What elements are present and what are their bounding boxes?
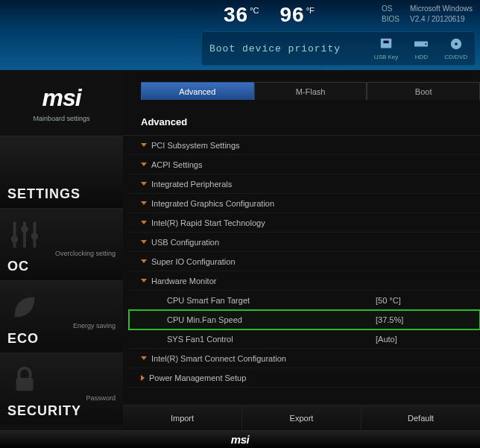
- svg-rect-6: [13, 222, 16, 248]
- brand-logo-box: msi Mainboard settings: [0, 70, 123, 136]
- main-panel: Advanced M-Flash Boot Advanced PCI Subsy…: [123, 70, 480, 430]
- sidebar-item-eco[interactable]: Energy saving ECO: [0, 280, 123, 353]
- item-integrated-graphics[interactable]: Integrated Graphics Configuration: [129, 194, 480, 213]
- item-usb-config[interactable]: USB Configuration: [129, 233, 480, 252]
- boot-cd-label: CD/DVD: [444, 54, 467, 60]
- temp-c-unit: °C: [250, 6, 259, 15]
- sidebar: msi Mainboard settings SETTINGS Overcloc…: [0, 70, 123, 430]
- boot-hdd-label: HDD: [415, 54, 428, 60]
- svg-point-5: [455, 42, 458, 45]
- item-super-io[interactable]: Super IO Configuration: [129, 252, 480, 271]
- os-label: OS: [382, 4, 402, 14]
- item-smart-connect[interactable]: Intel(R) Smart Connect Configuration: [129, 349, 480, 368]
- default-button[interactable]: Default: [361, 406, 480, 430]
- temperature-block: 36 °C 96 °F: [224, 3, 315, 27]
- caret-down-icon: [141, 259, 147, 263]
- settings-list: PCI Subsystem Settings ACPI Settings Int…: [123, 135, 480, 405]
- caret-down-icon: [141, 143, 147, 147]
- item-integrated-peripherals[interactable]: Integrated Peripherals: [129, 174, 480, 194]
- boot-priority-bar: Boot device priority USB Key HDD CD/DVD: [201, 31, 476, 66]
- panel-title: Advanced: [141, 116, 480, 127]
- item-acpi-settings[interactable]: ACPI Settings: [129, 155, 480, 174]
- export-button[interactable]: Export: [242, 406, 361, 430]
- value-sys-fan1-control: [Auto]: [376, 335, 435, 344]
- svg-point-9: [11, 236, 19, 243]
- boot-device-usb[interactable]: USB Key: [374, 37, 398, 60]
- item-rapid-start[interactable]: Intel(R) Rapid Start Technology: [129, 213, 480, 233]
- top-status-bar: 36 °C 96 °F OS Microsoft Windows BIOS V2…: [0, 0, 480, 70]
- hdd-icon: [413, 37, 429, 52]
- import-button[interactable]: Import: [123, 406, 242, 430]
- bottom-brand-bar: msi: [0, 430, 480, 448]
- usb-icon: [378, 37, 394, 52]
- caret-down-icon: [141, 182, 147, 186]
- item-cpu-min-fan-speed[interactable]: CPU Min.Fan Speed[37.5%]: [129, 310, 480, 329]
- temp-fahrenheit: 96 °F: [280, 3, 315, 27]
- value-cpu-smart-fan-target: [50 °C]: [376, 296, 435, 305]
- brand-logo: msi: [42, 84, 80, 112]
- caret-down-icon: [141, 201, 147, 205]
- sidebar-label-oc: OC: [7, 259, 116, 274]
- item-cpu-smart-fan-target[interactable]: CPU Smart Fan Target[50 °C]: [129, 291, 480, 310]
- caret-down-icon: [141, 163, 147, 166]
- sidebar-label-security: SECURITY: [7, 403, 116, 419]
- value-cpu-min-fan-speed: [37.5%]: [376, 315, 435, 324]
- tab-boot[interactable]: Boot: [367, 82, 480, 100]
- caret-down-icon: [141, 356, 147, 360]
- sliders-icon: [7, 218, 42, 255]
- sidebar-label-eco: ECO: [7, 331, 116, 347]
- temp-f-value: 96: [280, 3, 305, 27]
- svg-point-11: [31, 233, 39, 240]
- boot-device-hdd[interactable]: HDD: [413, 37, 429, 60]
- item-sys-fan1-control[interactable]: SYS Fan1 Control[Auto]: [129, 329, 480, 349]
- sidebar-label-settings: SETTINGS: [7, 186, 116, 202]
- system-info: OS Microsoft Windows BIOS V2.4 / 2012061…: [382, 4, 473, 25]
- svg-rect-12: [16, 378, 34, 391]
- footer-bar: Import Export Default: [123, 405, 480, 430]
- item-power-management[interactable]: Power Management Setup: [129, 368, 480, 388]
- brand-tagline: Mainboard settings: [33, 115, 89, 122]
- caret-down-icon: [141, 240, 147, 244]
- disc-icon: [448, 37, 464, 52]
- svg-point-3: [426, 42, 427, 44]
- temp-celsius: 36 °C: [224, 3, 259, 27]
- item-hardware-monitor[interactable]: Hardware Monitor: [129, 271, 480, 291]
- temp-f-unit: °F: [306, 6, 315, 15]
- boot-device-icons: USB Key HDD CD/DVD: [374, 37, 467, 60]
- caret-down-icon: [141, 221, 147, 224]
- temp-c-value: 36: [224, 3, 248, 27]
- caret-right-icon: [141, 375, 145, 381]
- leaf-icon: [7, 290, 42, 327]
- tab-mflash[interactable]: M-Flash: [254, 82, 367, 100]
- bios-version: V2.4 / 20120619: [410, 14, 464, 25]
- bios-label: BIOS: [382, 14, 402, 25]
- bottom-logo: msi: [231, 433, 249, 446]
- item-pci-subsystem[interactable]: PCI Subsystem Settings: [129, 136, 480, 155]
- tab-strip: Advanced M-Flash Boot: [141, 82, 480, 103]
- tab-advanced[interactable]: Advanced: [141, 82, 254, 100]
- boot-usb-label: USB Key: [374, 54, 398, 60]
- sidebar-item-security[interactable]: Password SECURITY: [0, 353, 123, 425]
- lock-icon: [7, 362, 42, 400]
- boot-device-cd[interactable]: CD/DVD: [444, 37, 467, 60]
- caret-down-icon: [141, 279, 147, 283]
- boot-priority-label: Boot device priority: [209, 43, 359, 54]
- svg-rect-1: [383, 40, 388, 43]
- sidebar-item-settings[interactable]: SETTINGS: [0, 136, 123, 208]
- os-value: Microsoft Windows: [410, 4, 473, 14]
- sidebar-item-oc[interactable]: Overclocking setting OC: [0, 208, 123, 280]
- svg-point-10: [21, 226, 28, 233]
